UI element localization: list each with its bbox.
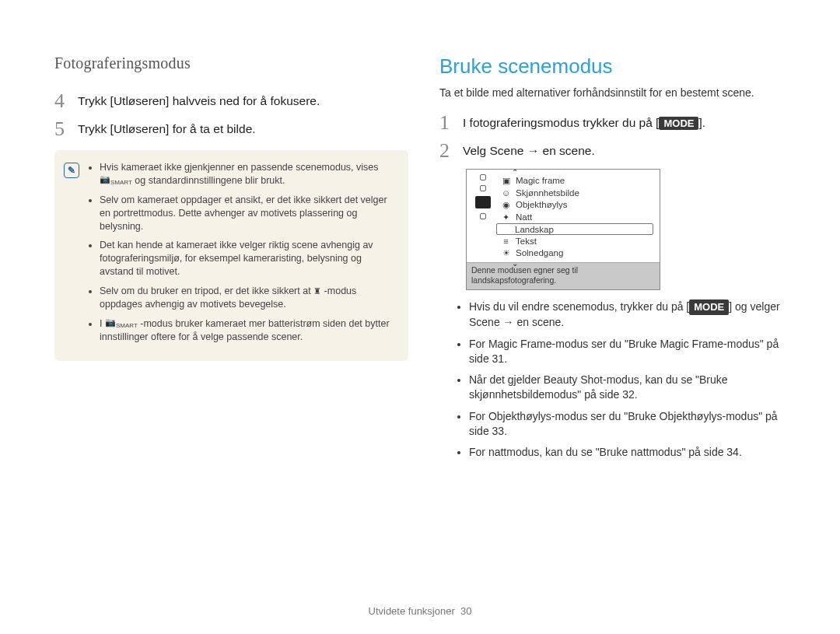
left-column: Fotograferingsmodus 4 Trykk [Utløseren] …: [54, 54, 408, 467]
mode-dot-icon: [480, 213, 486, 219]
page-footer: Utvidete funksjoner 30: [0, 605, 840, 617]
footer-label: Utvidete funksjoner: [369, 605, 455, 617]
scene-caption: Denne modusen egner seg til landskapsfot…: [467, 262, 660, 289]
step-number: 4: [54, 91, 70, 111]
scene-item: ✦Natt: [499, 211, 653, 223]
intro-text: Ta et bilde med alternativer forhåndsinn…: [439, 86, 793, 99]
bullet-item: For Magic Frame-modus ser du "Bruke Magi…: [469, 337, 793, 367]
scene-list: ▣Magic frame☺Skjønnhetsbilde◉Objekthøyly…: [499, 174, 653, 259]
note-item: Hvis kameraet ikke gjenkjenner en passen…: [100, 161, 394, 187]
scene-item-icon: ☺: [501, 188, 511, 198]
scene-item-label: Objekthøylys: [516, 200, 567, 209]
scene-item: ☀Solnedgang: [499, 247, 653, 259]
scene-item: ◉Objekthøylys: [499, 198, 653, 211]
note-suffix: -modus bruker kameraet mer batteristrøm …: [100, 318, 390, 342]
scene-item-label: Skjønnhetsbilde: [516, 188, 579, 198]
bullet-item: Hvis du vil endre scenemodus, trykker du…: [469, 299, 793, 330]
scene-item-icon: ▣: [501, 176, 511, 186]
note-list: Hvis kameraet ikke gjenkjenner en passen…: [87, 161, 394, 350]
step-5: 5 Trykk [Utløseren] for å ta et bilde.: [54, 119, 408, 139]
note-box: ✎ Hvis kameraet ikke gjenkjenner en pass…: [54, 150, 408, 361]
scene-item-label: Magic frame: [516, 176, 565, 185]
step-number: 2: [439, 141, 455, 161]
right-column: Bruke scenemodus Ta et bilde med alterna…: [439, 54, 793, 467]
mode-button-label: MODE: [689, 299, 729, 315]
bullet-text: Hvis du vil endre scenemodus, trykker du…: [469, 300, 689, 313]
step-number: 5: [54, 119, 70, 139]
note-text: Selv om du bruker en tripod, er det ikke…: [100, 285, 313, 296]
scene-item-label: Tekst: [516, 236, 537, 246]
smart-icon: 📷SMART: [100, 175, 132, 186]
scene-mode-dial: [473, 174, 493, 259]
step-4: 4 Trykk [Utløseren] halvveis ned for å f…: [54, 91, 408, 111]
mode-dot-icon: [480, 185, 486, 191]
tripod-icon: ♜: [313, 287, 321, 296]
scene-item-icon: ≡: [501, 236, 511, 246]
scene-item: ≡Tekst: [499, 235, 653, 247]
bullet-list: Hvis du vil endre scenemodus, trykker du…: [453, 299, 793, 460]
scene-item-label: Landskap: [515, 225, 554, 234]
step-text: Trykk [Utløseren] for å ta et bilde.: [78, 119, 256, 139]
mode-dot-icon: [480, 174, 486, 180]
step-text: Trykk [Utløseren] halvveis ned for å fok…: [78, 91, 320, 111]
scene-menu-preview: ⌃ ▣Magic frame☺Skjønnhetsbilde◉Objekthøy…: [466, 169, 660, 290]
bullet-item: For Objekthøylys-modus ser du "Bruke Obj…: [469, 409, 793, 440]
bullet-item: For nattmodus, kan du se "Bruke nattmodu…: [469, 445, 793, 460]
step-text: Velg Scene → en scene.: [463, 141, 595, 161]
note-item: I 📷SMART -modus bruker kameraet mer batt…: [100, 317, 394, 344]
chevron-down-icon: ⌄: [512, 259, 518, 268]
note-icon: ✎: [64, 163, 79, 178]
film-icon: [475, 196, 491, 208]
smart-icon: 📷SMART: [105, 318, 138, 329]
scene-item: ▣Magic frame: [499, 174, 653, 187]
section-title: Fotograferingsmodus: [54, 54, 408, 72]
scene-item-icon: ☀: [501, 248, 511, 258]
bullet-item: Når det gjelder Beauty Shot-modus, kan d…: [469, 373, 793, 403]
step-2: 2 Velg Scene → en scene.: [439, 141, 793, 161]
page-heading: Bruke scenemodus: [439, 54, 793, 79]
note-item: Selv om kameraet oppdager et ansikt, er …: [100, 194, 394, 233]
step-number: 1: [439, 113, 455, 133]
footer-page: 30: [460, 605, 471, 617]
step-text: I fotograferingsmodus trykker du på [MOD…: [463, 113, 705, 133]
step-text-post: ].: [698, 116, 705, 129]
scene-item-icon: ✦: [501, 212, 511, 222]
scene-item-icon: ◉: [501, 200, 511, 210]
step-1: 1 I fotograferingsmodus trykker du på [M…: [439, 113, 793, 133]
mode-button-label: MODE: [659, 117, 698, 130]
scene-item: ☺Skjønnhetsbilde: [499, 187, 653, 198]
scene-item-label: Solnedgang: [516, 248, 563, 257]
note-text: I: [100, 318, 105, 329]
chevron-up-icon: ⌃: [512, 168, 518, 177]
note-suffix: og standardinnstillingene blir brukt.: [135, 175, 285, 186]
scene-item-label: Natt: [516, 212, 532, 222]
step-text-pre: I fotograferingsmodus trykker du på [: [463, 116, 659, 129]
scene-item: Landskap: [496, 223, 653, 235]
note-item: Selv om du bruker en tripod, er det ikke…: [100, 285, 394, 311]
note-text: Hvis kameraet ikke gjenkjenner en passen…: [100, 162, 379, 173]
note-item: Det kan hende at kameraet ikke velger ri…: [100, 239, 394, 278]
